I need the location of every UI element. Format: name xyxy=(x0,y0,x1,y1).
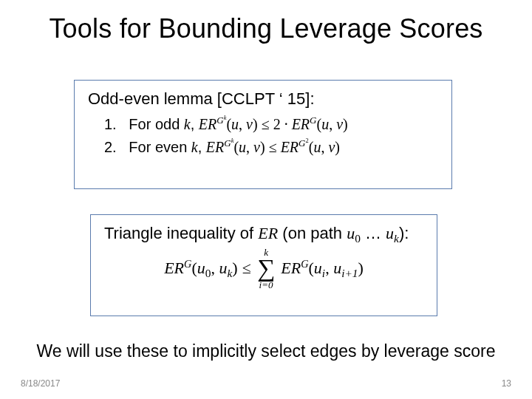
lemma-box: Odd-even lemma [CCLPT ‘ 15]: 1. For odd … xyxy=(74,80,452,189)
slide: Tools for Bounding Leverage Scores Odd-e… xyxy=(0,0,532,399)
sum-icon: k ∑ i=0 xyxy=(257,248,275,290)
triangle-formula: ERG(u0, uk) ≤ k ∑ i=0 ERG(ui, ui+1) xyxy=(104,248,423,290)
f-rhs-ip1: i+1 xyxy=(341,267,358,280)
item2-rhs-v: v xyxy=(328,139,335,155)
item1-rhs-ER: ER xyxy=(292,116,310,132)
item2-lhs-ER: ER xyxy=(206,139,224,155)
item1-lhs-G: G xyxy=(216,115,223,126)
item1-k: k xyxy=(184,116,191,132)
item1-rhs-close: ) xyxy=(343,116,348,132)
item1-le: ≤ 2 · xyxy=(258,116,292,132)
tri-uk-k: k xyxy=(394,232,399,245)
item1-lhs-ER: ER xyxy=(199,116,216,132)
tri-close: ): xyxy=(399,224,409,242)
conclusion-text: We will use these to implicitly select e… xyxy=(0,341,532,361)
triangle-heading: Triangle inequality of ER (on path u0 … … xyxy=(104,224,423,243)
item2-lhs-G: G xyxy=(224,137,231,149)
f-rhs-open: ( xyxy=(309,259,314,277)
item2-k: k xyxy=(191,139,198,155)
f-lhs-ER: ER xyxy=(164,259,184,277)
item1-lhs-u: u xyxy=(231,116,239,132)
sigma-icon: ∑ xyxy=(257,257,275,280)
item2-le: ≤ xyxy=(265,139,281,155)
lemma-item-1: 1. For odd k, ERGk(u, v) ≤ 2 · ERG(u, v) xyxy=(104,116,438,133)
item2-sep: , xyxy=(198,139,206,155)
item2-rhs-u: u xyxy=(313,139,321,155)
triangle-box: Triangle inequality of ER (on path u0 … … xyxy=(90,214,437,316)
item1-lhs-close: ) xyxy=(253,116,258,132)
f-le: ≤ xyxy=(242,260,251,276)
item1-rhs-v: v xyxy=(336,116,343,132)
f-rhs-ER: ER xyxy=(281,259,301,277)
item2-num: 2. xyxy=(104,139,117,155)
tri-pre: Triangle inequality of xyxy=(104,224,258,242)
tri-dots: … xyxy=(361,224,386,242)
item2-rhs-ER: ER xyxy=(281,139,299,155)
f-lhs-u: u xyxy=(197,259,205,277)
item1-lhs-v: v xyxy=(246,116,253,132)
footer-date: 8/18/2017 xyxy=(21,378,60,389)
tri-u0-0: 0 xyxy=(355,232,361,245)
f-lhs-close: ) xyxy=(232,259,237,277)
tri-mid: (on path xyxy=(278,224,347,242)
item2-rhs-comma: , xyxy=(321,139,328,155)
item1-lhs-comma: , xyxy=(239,116,246,132)
f-lhs-G: G xyxy=(184,258,191,270)
item1-pre: For odd xyxy=(129,116,183,132)
item1-sep: , xyxy=(191,116,199,132)
item2-rhs-close: ) xyxy=(335,139,340,155)
f-rhs-comma: , xyxy=(325,259,333,277)
slide-title: Tools for Bounding Leverage Scores xyxy=(0,13,532,44)
item1-num: 1. xyxy=(104,116,117,132)
item2-pre: For even xyxy=(129,139,191,155)
f-lhs-open: ( xyxy=(191,259,197,277)
lemma-item-2: 2. For even k, ERGk(u, v) ≤ ERG2(u, v) xyxy=(104,139,438,156)
lemma-heading-year: 15]: xyxy=(283,89,315,108)
f-rhs-u2: u xyxy=(333,259,341,277)
lemma-heading-pre: Odd-even lemma [CCLPT xyxy=(88,89,279,108)
item2-lhs-close: ) xyxy=(260,139,265,155)
f-rhs-close: ) xyxy=(358,259,363,277)
tri-uk-u: u xyxy=(386,224,394,242)
sum-bot: i=0 xyxy=(257,280,275,290)
f-rhs-u: u xyxy=(314,259,322,277)
item1-rhs-u: u xyxy=(321,116,329,132)
item2-lhs-comma: , xyxy=(246,139,253,155)
item1-rhs-comma: , xyxy=(329,116,336,132)
lemma-heading: Odd-even lemma [CCLPT ‘ 15]: xyxy=(88,89,438,109)
f-rhs-G: G xyxy=(301,258,308,270)
footer-page: 13 xyxy=(502,378,511,389)
f-lhs-comma: , xyxy=(211,259,219,277)
item2-lhs-u: u xyxy=(239,139,246,155)
tri-ER: ER xyxy=(258,224,278,242)
f-lhs-u2: u xyxy=(219,259,227,277)
item2-lhs-v: v xyxy=(253,139,260,155)
tri-u0-u: u xyxy=(347,224,355,242)
